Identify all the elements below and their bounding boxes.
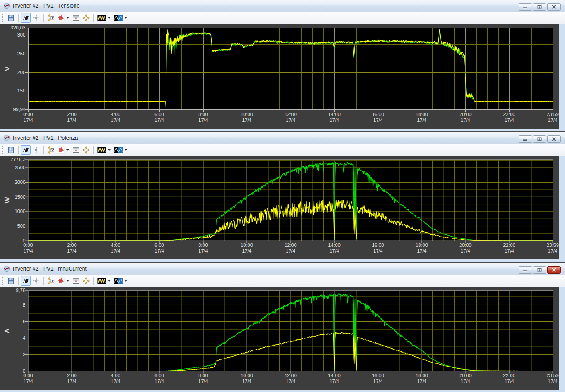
titlebar[interactable]: Inverter #2 - PV1 - Potenza bbox=[0, 132, 565, 144]
data-table-button[interactable] bbox=[71, 276, 81, 286]
red-signal-button[interactable] bbox=[56, 145, 71, 155]
dropdown-arrow-icon[interactable] bbox=[108, 280, 111, 282]
crosshair-button[interactable] bbox=[31, 145, 41, 155]
save-button[interactable] bbox=[6, 145, 16, 155]
titlebar[interactable]: Inverter #2 - PV1 - mnuCurrent bbox=[0, 263, 565, 275]
svg-text:Y: Y bbox=[51, 279, 54, 283]
pan-arrows-icon bbox=[83, 14, 90, 21]
data-table-button[interactable] bbox=[71, 13, 81, 23]
close-button[interactable] bbox=[547, 266, 561, 274]
svg-text:18:00: 18:00 bbox=[415, 112, 428, 117]
data-table-button[interactable] bbox=[71, 145, 81, 155]
dropdown-arrow-icon[interactable] bbox=[66, 17, 69, 19]
minimize-button[interactable] bbox=[519, 266, 532, 274]
dropdown-arrow-icon[interactable] bbox=[108, 17, 111, 19]
svg-text:17/4: 17/4 bbox=[329, 117, 339, 123]
toolbar-separator bbox=[131, 146, 131, 154]
maximize-button[interactable] bbox=[533, 3, 546, 11]
pan-button[interactable] bbox=[81, 13, 91, 23]
svg-text:17/4: 17/4 bbox=[373, 117, 382, 123]
svg-text:12:00: 12:00 bbox=[284, 373, 296, 378]
crosshair-button[interactable] bbox=[31, 276, 41, 286]
svg-text:16:00: 16:00 bbox=[372, 242, 384, 248]
crosshair-button[interactable] bbox=[31, 13, 41, 23]
toolbar-grip[interactable] bbox=[2, 14, 4, 22]
app-waveform-icon bbox=[3, 134, 10, 142]
polygon-icon bbox=[22, 146, 29, 154]
pan-button[interactable] bbox=[81, 276, 91, 286]
toolbar-grip[interactable] bbox=[2, 146, 4, 154]
dropdown-arrow-icon[interactable] bbox=[108, 149, 111, 151]
svg-text:20:00: 20:00 bbox=[459, 373, 471, 378]
dropdown-arrow-icon[interactable] bbox=[125, 17, 127, 19]
autoscale-y-button[interactable]: Y bbox=[46, 276, 56, 286]
dark-wave-style-button[interactable] bbox=[96, 276, 112, 286]
autoscale-y-button[interactable]: Y bbox=[46, 13, 56, 23]
svg-text:12:00: 12:00 bbox=[284, 112, 296, 117]
toolbar-separator bbox=[18, 14, 19, 22]
red-wave-icon bbox=[58, 146, 65, 154]
svg-text:23:59: 23:59 bbox=[546, 112, 558, 117]
red-signal-button[interactable] bbox=[56, 13, 71, 23]
dark-wave-style-button[interactable] bbox=[96, 145, 112, 155]
blue-wave-style-button[interactable] bbox=[112, 145, 129, 155]
svg-text:0:00: 0:00 bbox=[23, 373, 33, 378]
blue-wave-style-button[interactable] bbox=[112, 13, 129, 23]
zoom-polygon-button[interactable] bbox=[21, 13, 31, 23]
svg-text:17/4: 17/4 bbox=[286, 248, 295, 254]
svg-text:12:00: 12:00 bbox=[284, 242, 297, 248]
save-button[interactable] bbox=[6, 276, 16, 286]
zoom-polygon-button[interactable] bbox=[21, 145, 31, 155]
maximize-button[interactable] bbox=[533, 266, 546, 274]
svg-text:17/4: 17/4 bbox=[154, 117, 164, 123]
floppy-icon bbox=[8, 146, 15, 154]
dropdown-arrow-icon[interactable] bbox=[66, 280, 69, 282]
chart-plot-current[interactable]: 9,7686420A0:0017/42:0017/44:0017/46:0017… bbox=[0, 287, 559, 390]
svg-text:300: 300 bbox=[17, 32, 25, 38]
window-title: Inverter #2 - PV1 - Potenza bbox=[13, 135, 78, 141]
svg-text:20:00: 20:00 bbox=[459, 242, 472, 248]
window-controls bbox=[519, 3, 561, 11]
svg-text:4:00: 4:00 bbox=[111, 112, 120, 117]
maximize-button[interactable] bbox=[533, 135, 546, 143]
window-mnucurrent: Inverter #2 - PV1 - mnuCurrent Y 9,76864… bbox=[0, 262, 565, 392]
zoom-polygon-button[interactable] bbox=[21, 276, 31, 286]
y-scale-icon: Y bbox=[47, 277, 54, 284]
svg-text:2000: 2000 bbox=[15, 179, 25, 185]
svg-text:17/4: 17/4 bbox=[548, 117, 557, 123]
pan-button[interactable] bbox=[81, 145, 91, 155]
minimize-button[interactable] bbox=[519, 3, 532, 11]
autoscale-y-button[interactable]: Y bbox=[46, 145, 56, 155]
svg-text:23:59: 23:59 bbox=[546, 373, 558, 378]
dropdown-arrow-icon[interactable] bbox=[125, 280, 127, 282]
close-button[interactable] bbox=[547, 135, 561, 143]
chart-plot-potenza[interactable]: 2776,325002000150010005000W0:0017/42:001… bbox=[0, 156, 559, 259]
svg-text:18:00: 18:00 bbox=[415, 373, 428, 378]
svg-text:8:00: 8:00 bbox=[198, 112, 208, 117]
chart-area: 9,7686420A0:0017/42:0017/44:0017/46:0017… bbox=[0, 287, 565, 392]
table-icon bbox=[72, 277, 79, 284]
red-signal-button[interactable] bbox=[56, 276, 71, 286]
dropdown-arrow-icon[interactable] bbox=[125, 149, 127, 151]
chart-area: 320,0330025020015099,94V0:0017/42:0017/4… bbox=[0, 24, 565, 131]
chart-plot-tensione[interactable]: 320,0330025020015099,94V0:0017/42:0017/4… bbox=[0, 24, 559, 129]
dark-wave-style-button[interactable] bbox=[96, 13, 112, 23]
svg-text:22:00: 22:00 bbox=[503, 112, 515, 117]
svg-text:2: 2 bbox=[23, 352, 25, 357]
svg-text:1000: 1000 bbox=[15, 209, 25, 214]
svg-text:17/4: 17/4 bbox=[286, 117, 295, 123]
toolbar-grip[interactable] bbox=[2, 277, 4, 285]
svg-text:200: 200 bbox=[17, 70, 25, 75]
black-wave-icon bbox=[97, 278, 106, 284]
blue-wave-style-button[interactable] bbox=[112, 276, 129, 286]
table-icon bbox=[72, 146, 79, 154]
black-wave-icon bbox=[97, 147, 106, 153]
svg-text:17/4: 17/4 bbox=[504, 117, 514, 123]
dropdown-arrow-icon[interactable] bbox=[66, 149, 69, 151]
minimize-button[interactable] bbox=[519, 135, 532, 143]
titlebar[interactable]: Inverter #2 - PV1 - Tensione bbox=[0, 0, 565, 12]
save-button[interactable] bbox=[6, 13, 16, 23]
chart-toolbar: Y bbox=[0, 275, 565, 287]
chart-area: 2776,325002000150010005000W0:0017/42:001… bbox=[0, 156, 565, 262]
close-button[interactable] bbox=[547, 3, 561, 11]
